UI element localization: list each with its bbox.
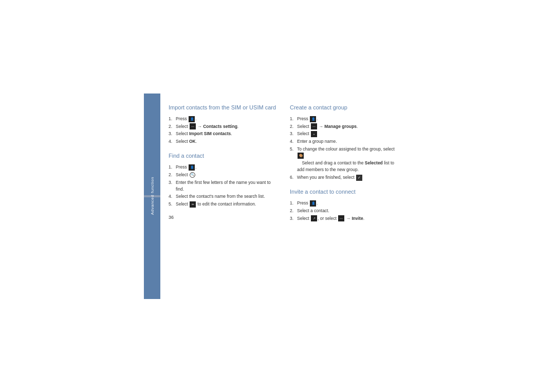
- list-item: 2. Select ⋯ → Manage groups.: [290, 123, 401, 130]
- create-group-title: Create a contact group: [290, 104, 401, 111]
- menu-icon: ⋯: [311, 123, 317, 129]
- share-icon: ↗: [311, 215, 317, 221]
- import-contacts-section: Import contacts from the SIM or USIM car…: [169, 104, 280, 145]
- left-column: Import contacts from the SIM or USIM car…: [169, 104, 280, 229]
- create-group-steps: 1. Press 👤. 2. Select ⋯ → Manage groups.…: [290, 116, 401, 181]
- list-item: 4. Enter a group name.: [290, 138, 401, 145]
- person-icon: 👤: [310, 200, 316, 207]
- list-item: 4. Select the contact's name from the se…: [169, 193, 280, 200]
- menu-icon: ⋯: [190, 123, 196, 129]
- list-item: 1. Press 👤.: [169, 164, 280, 171]
- list-item: 3. Select +: [290, 130, 401, 137]
- invite-contact-section: Invite a contact to connect 1. Press 👤. …: [290, 188, 401, 222]
- person-icon: 👤: [310, 116, 316, 122]
- import-contacts-steps: 1. Press 👤. 2. Select ⋯ → Contacts setti…: [169, 116, 280, 145]
- plus-icon: +: [311, 131, 317, 137]
- page-number: 36: [169, 215, 280, 220]
- find-contact-steps: 1. Press 👤. 2. Select 🔍 3. Enter the fir…: [169, 164, 280, 208]
- list-item: 2. Select a contact.: [290, 208, 401, 214]
- list-item: 1. Press 👤.: [290, 200, 401, 207]
- search-icon: 🔍: [190, 172, 195, 178]
- columns-layout: Import contacts from the SIM or USIM car…: [169, 104, 401, 229]
- list-item: 2. Select 🔍: [169, 172, 280, 178]
- list-item: 3. Select Import SIM contacts.: [169, 130, 280, 137]
- list-item: 1. Press 👤.: [169, 116, 280, 122]
- list-item: 5. To change the colour assigned to the …: [290, 146, 401, 159]
- menu-icon: ⋯: [338, 215, 344, 221]
- invite-contact-title: Invite a contact to connect: [290, 188, 401, 196]
- list-item: 4. Select OK.: [169, 138, 280, 145]
- list-item: 5. Select ✏ to edit the contact informat…: [169, 201, 280, 208]
- person-icon: 👤: [189, 164, 195, 171]
- invite-contact-steps: 1. Press 👤. 2. Select a contact. 3. Sele…: [290, 200, 401, 221]
- sidebar-label: Advanced function: [150, 177, 155, 215]
- page-container: Advanced function Import contacts from t…: [144, 94, 411, 299]
- list-item: Select and drag a contact to the Selecte…: [290, 160, 401, 173]
- list-item: 2. Select ⋯ → Contacts setting.: [169, 123, 280, 130]
- list-item: 1. Press 👤.: [290, 116, 401, 122]
- find-contact-title: Find a contact: [169, 152, 280, 160]
- find-contact-section: Find a contact 1. Press 👤. 2. Select 🔍 3…: [169, 152, 280, 208]
- right-column: Create a contact group 1. Press 👤. 2. Se…: [290, 104, 401, 229]
- edit-icon: ✏: [190, 201, 196, 208]
- person-icon: 👤: [189, 116, 195, 122]
- import-contacts-title: Import contacts from the SIM or USIM car…: [169, 104, 280, 111]
- list-item: 3. Enter the first few letters of the na…: [169, 179, 280, 193]
- create-group-section: Create a contact group 1. Press 👤. 2. Se…: [290, 104, 401, 181]
- list-item: 6. When you are finished, select ✓: [290, 174, 401, 181]
- main-content: Import contacts from the SIM or USIM car…: [160, 94, 411, 299]
- list-item: 3. Select ↗, or select ⋯ → Invite.: [290, 215, 401, 222]
- color-icon: 🎨: [298, 153, 304, 159]
- check-icon: ✓: [356, 175, 362, 181]
- sidebar: Advanced function: [144, 94, 160, 299]
